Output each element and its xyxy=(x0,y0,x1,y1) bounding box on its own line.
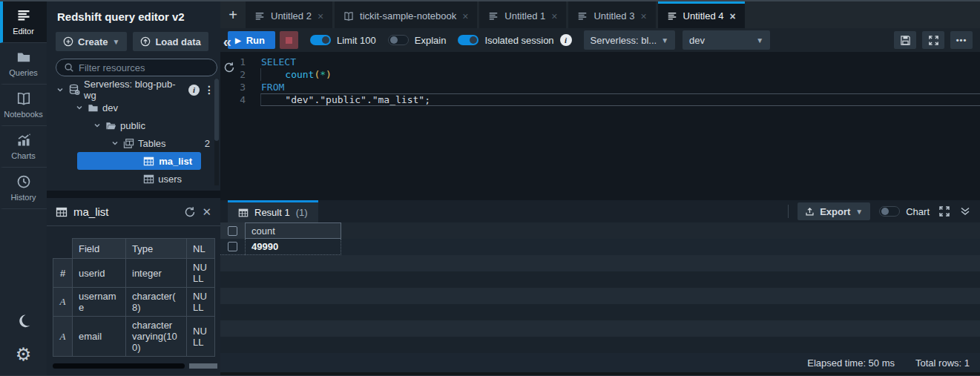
rail-item-queries[interactable]: Queries xyxy=(0,43,47,85)
rail-item-history[interactable]: History xyxy=(0,168,47,209)
numeric-type-icon: # xyxy=(53,259,73,288)
editor-icon xyxy=(16,8,31,23)
tab-label: Untitled 1 xyxy=(504,10,545,22)
run-button-label: Run xyxy=(246,35,265,46)
page-title: Redshift query editor v2 xyxy=(47,1,220,27)
database-serverless-icon xyxy=(68,84,80,96)
new-tab-button[interactable]: + xyxy=(220,1,246,28)
info-icon[interactable]: i xyxy=(188,85,200,96)
tab-untitled-3[interactable]: Untitled 3 × xyxy=(568,1,655,28)
tree-node-database[interactable]: dev xyxy=(47,99,220,116)
filter-resources-input[interactable] xyxy=(79,62,209,73)
load-data-button-label: Load data xyxy=(155,36,200,47)
panel-actions: Create ▼ Load data « xyxy=(47,27,220,56)
tab-label: Untitled 4 xyxy=(683,10,724,22)
tree-node-table-users[interactable]: users xyxy=(47,170,220,188)
table-icon xyxy=(143,156,154,167)
isolated-session-label: Isolated session xyxy=(484,35,553,46)
tree-node-cluster[interactable]: Serverless: blog-pub-wg i ⋮ xyxy=(47,81,220,99)
column-header-count[interactable]: count xyxy=(245,222,341,239)
chevron-down-icon[interactable] xyxy=(93,121,102,130)
rail-spacer xyxy=(0,209,47,313)
close-icon[interactable]: × xyxy=(318,11,323,22)
database-label: dev xyxy=(102,102,118,113)
create-button[interactable]: Create ▼ xyxy=(56,32,127,51)
chevron-down-icon[interactable] xyxy=(75,103,84,112)
refresh-icon[interactable] xyxy=(184,206,196,218)
kebab-menu-icon[interactable]: ⋮ xyxy=(204,84,214,96)
close-icon[interactable]: ✕ xyxy=(202,205,211,219)
result-row[interactable]: 49990 xyxy=(220,239,980,255)
refresh-icon[interactable] xyxy=(223,62,235,73)
settings-gear-icon[interactable]: ⚙ xyxy=(16,346,32,363)
tree-node-table-ma-list-selected[interactable]: ma_list xyxy=(77,152,201,170)
empty-grid-row xyxy=(220,288,980,304)
tree-node-tables[interactable]: Tables 2 xyxy=(47,134,220,152)
row-checkbox[interactable] xyxy=(228,242,237,251)
load-data-button[interactable]: Load data xyxy=(133,32,208,51)
double-chevron-down-icon[interactable] xyxy=(959,205,971,217)
horizontal-scrollbar-thumb[interactable] xyxy=(53,363,185,369)
info-icon[interactable]: i xyxy=(560,34,572,46)
expand-results-icon[interactable] xyxy=(938,205,950,217)
schema-header-row: Field Type NL xyxy=(53,239,215,259)
result-tab[interactable]: Result 1 (1) xyxy=(228,200,318,222)
line-number: 3 xyxy=(220,81,246,93)
schema-row: A username character(8) NULL xyxy=(53,288,215,317)
database-dropdown[interactable]: dev ▼ xyxy=(683,30,770,50)
tree-scrollbar-thumb[interactable] xyxy=(214,79,219,141)
run-button[interactable]: ▶ Run xyxy=(228,31,275,49)
more-options-button[interactable]: ••• xyxy=(950,31,973,49)
toolbar-right-actions: ••• xyxy=(894,31,973,49)
workgroup-dropdown[interactable]: Serverless: bl... ▼ xyxy=(584,30,676,50)
editor-icon xyxy=(254,11,265,22)
tree-node-schema[interactable]: public xyxy=(47,116,220,134)
result-tab-label: Result 1 xyxy=(254,207,290,218)
tree-scrollbar[interactable] xyxy=(214,79,219,185)
stop-button[interactable] xyxy=(280,31,298,49)
rail-item-notebooks[interactable]: Notebooks xyxy=(0,85,47,126)
dark-mode-moon-icon[interactable] xyxy=(16,313,32,329)
tab-tickit-sample-notebook[interactable]: tickit-sample-notebook × xyxy=(335,1,477,28)
table-detail-title: ma_list xyxy=(73,205,109,218)
schema-col-type: Type xyxy=(126,239,187,259)
explain-toggle[interactable] xyxy=(388,35,409,45)
limit-100-toggle[interactable] xyxy=(310,35,331,45)
chevron-down-icon[interactable] xyxy=(111,139,119,148)
code-line-3: 3 FROM xyxy=(220,81,980,93)
tab-untitled-4-active[interactable]: Untitled 4 × xyxy=(658,1,745,28)
char-type-icon: A xyxy=(53,288,73,317)
close-icon[interactable]: × xyxy=(462,11,468,22)
sql-editor[interactable]: 1 SELECT 2 count(*) 3 FROM 4 "dev"."publ… xyxy=(220,52,980,200)
count-value-cell[interactable]: 49990 xyxy=(245,239,341,255)
field-name: userid xyxy=(73,259,126,288)
chevron-down-icon[interactable] xyxy=(56,85,65,94)
horizontal-scrollbar[interactable] xyxy=(53,363,217,369)
close-icon[interactable]: × xyxy=(730,11,736,22)
collapse-panel-icon[interactable]: « xyxy=(222,34,233,49)
field-nullable: NULL xyxy=(187,317,215,357)
editor-icon xyxy=(577,11,588,22)
rail-item-editor[interactable]: Editor xyxy=(0,1,47,43)
select-all-checkbox[interactable] xyxy=(228,226,237,236)
panel-split-divider[interactable] xyxy=(47,191,220,198)
expand-icon xyxy=(928,35,939,46)
export-button[interactable]: Export ▼ xyxy=(798,202,870,220)
tab-untitled-1[interactable]: Untitled 1 × xyxy=(479,1,566,28)
empty-grid-row xyxy=(220,255,980,271)
fullscreen-button[interactable] xyxy=(922,31,944,49)
table-label: users xyxy=(158,174,182,185)
tab-untitled-2[interactable]: Untitled 2 × xyxy=(246,1,332,28)
rail-item-charts[interactable]: Charts xyxy=(0,126,47,168)
rail-item-label: Queries xyxy=(9,68,38,77)
scrollbar-corner xyxy=(189,363,217,369)
isolated-session-toggle-group: Isolated session i xyxy=(458,34,571,46)
code-line-2: 2 count(*) xyxy=(220,68,980,81)
close-icon[interactable]: × xyxy=(551,11,557,22)
chart-toggle[interactable] xyxy=(879,206,900,217)
close-icon[interactable]: × xyxy=(640,11,646,22)
select-all-cell xyxy=(220,222,245,239)
results-grid-header: count xyxy=(220,222,980,239)
save-button[interactable] xyxy=(894,31,916,49)
isolated-session-toggle[interactable] xyxy=(458,35,479,45)
